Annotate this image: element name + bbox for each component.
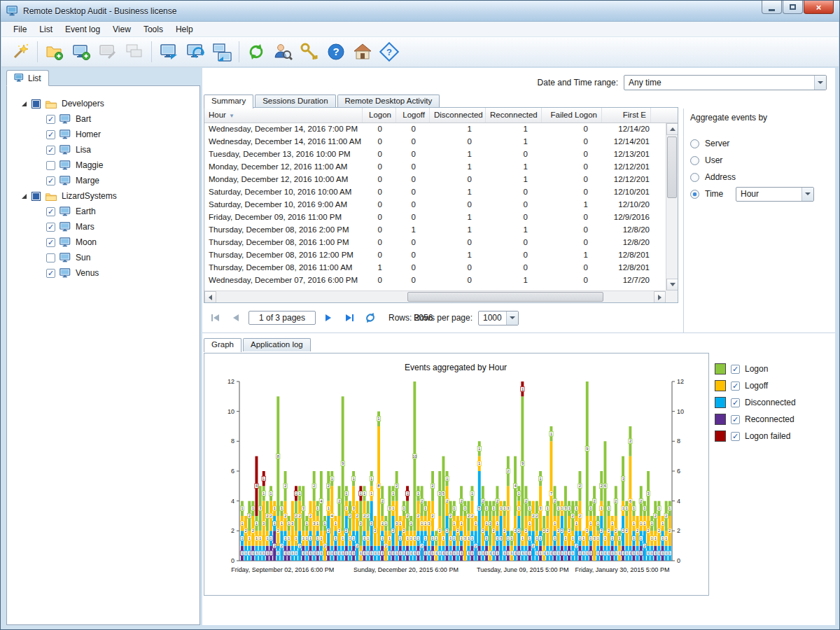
minimize-button[interactable] [762, 1, 782, 14]
column-header-first-e[interactable]: First E [602, 108, 651, 122]
close-button[interactable]: × [804, 1, 834, 14]
radio-row-user[interactable]: User [690, 152, 830, 169]
item-checkbox[interactable] [46, 161, 55, 170]
radio-row-server[interactable]: Server [690, 135, 830, 152]
previous-page-button[interactable] [227, 310, 244, 326]
table-row[interactable]: Friday, December 09, 2016 11:00 PM001001… [204, 211, 666, 224]
menu-event-log[interactable]: Event log [59, 22, 106, 36]
scroll-left-button[interactable] [204, 291, 216, 303]
menu-file[interactable]: File [7, 22, 33, 36]
time-unit-arrow[interactable] [802, 188, 813, 201]
tab-sessions-duration[interactable]: Sessions Duration [255, 94, 335, 108]
table-row[interactable]: Wednesday, December 14, 2016 7:00 PM0011… [204, 123, 666, 136]
item-checkbox[interactable]: ✓ [46, 176, 55, 186]
item-checkbox[interactable]: ✓ [46, 130, 55, 139]
help-icon[interactable]: ? [323, 38, 349, 65]
menu-tools[interactable]: Tools [137, 22, 169, 36]
time-unit-combo[interactable]: Hour [736, 187, 814, 202]
item-checkbox[interactable]: ✓ [46, 238, 55, 247]
audit-all-icon[interactable] [209, 38, 235, 65]
tree-item-lisa[interactable]: ✓Lisa [7, 142, 200, 158]
legend-checkbox[interactable]: ✓ [731, 382, 740, 391]
tree-item-mars[interactable]: ✓Mars [7, 219, 200, 234]
column-header-logon[interactable]: Logon [363, 108, 396, 122]
radio-user[interactable] [690, 156, 699, 165]
tree-item-earth[interactable]: ✓Earth [7, 204, 200, 219]
horizontal-scrollbar[interactable] [204, 290, 666, 302]
table-row[interactable]: Thursday, December 08, 2016 11:00 AM1000… [204, 262, 666, 274]
item-checkbox[interactable]: ✓ [46, 115, 55, 124]
menu-view[interactable]: View [106, 22, 137, 36]
legend-checkbox[interactable]: ✓ [731, 365, 740, 374]
about-icon[interactable]: ? [376, 38, 402, 65]
column-header-disconnected[interactable]: Disconnected [430, 108, 486, 122]
table-row[interactable]: Monday, December 12, 2016 10:00 AM000101… [204, 174, 666, 186]
radio-row-time[interactable]: TimeHour [690, 186, 830, 202]
scroll-down-button[interactable] [666, 279, 678, 290]
group-checkbox[interactable] [31, 99, 41, 108]
table-row[interactable]: Thursday, December 08, 2016 2:00 PM01110… [204, 224, 666, 237]
tree-item-bart[interactable]: ✓Bart [7, 111, 200, 127]
menu-list[interactable]: List [33, 22, 59, 36]
table-row[interactable]: Wednesday, December 07, 2016 6:00 PM0001… [204, 274, 666, 287]
item-checkbox[interactable]: ✓ [46, 146, 55, 155]
column-header-hour[interactable]: Hour▼ [204, 108, 363, 122]
radio-time[interactable] [690, 190, 699, 199]
reload-rows-icon[interactable] [362, 310, 379, 326]
copy-computers-icon[interactable] [121, 38, 148, 65]
table-row[interactable]: Saturday, December 10, 2016 10:00 AM0010… [204, 186, 666, 199]
wizard-wand-icon[interactable] [7, 38, 34, 65]
tree-item-homer[interactable]: ✓Homer [7, 127, 200, 142]
radio-server[interactable] [690, 139, 699, 148]
scroll-right-button[interactable] [654, 291, 666, 303]
table-row[interactable]: Thursday, December 08, 2016 1:00 PM00000… [204, 237, 666, 249]
item-checkbox[interactable] [46, 253, 55, 262]
rows-per-page-arrow[interactable] [506, 312, 518, 325]
column-header-logoff[interactable]: Logoff [396, 108, 430, 122]
horizontal-scroll-thumb[interactable] [407, 292, 603, 302]
legend-checkbox[interactable]: ✓ [731, 432, 740, 441]
vertical-scrollbar[interactable] [666, 123, 678, 290]
legend-checkbox[interactable]: ✓ [731, 415, 740, 424]
edit-computer-icon[interactable] [94, 38, 121, 65]
home-icon[interactable] [349, 38, 376, 65]
item-checkbox[interactable]: ✓ [46, 223, 55, 232]
tree-group-lizardsystems[interactable]: LizardSystems [7, 188, 200, 204]
radio-row-address[interactable]: Address [690, 169, 830, 186]
find-user-icon[interactable] [270, 38, 296, 65]
tab-summary[interactable]: Summary [204, 94, 253, 108]
maximize-button[interactable] [783, 1, 803, 14]
tree-item-venus[interactable]: ✓Venus [7, 265, 200, 281]
table-row[interactable]: Wednesday, December 14, 2016 11:00 AM000… [204, 136, 666, 148]
title-bar[interactable]: Remote Desktop Audit - Business license … [1, 1, 839, 22]
next-page-button[interactable] [320, 310, 337, 326]
tree-group-developers[interactable]: Developers [7, 96, 200, 111]
tree-item-maggie[interactable]: Maggie [7, 158, 200, 173]
refresh-icon[interactable] [243, 38, 270, 65]
column-header-reconnected[interactable]: Reconnected [486, 108, 542, 122]
tree-item-marge[interactable]: ✓Marge [7, 173, 200, 188]
table-row[interactable]: Thursday, December 08, 2016 12:00 PM0010… [204, 249, 666, 262]
radio-address[interactable] [690, 173, 699, 182]
first-page-button[interactable] [206, 310, 223, 326]
scroll-up-button[interactable] [666, 123, 678, 135]
column-header-failed-logon[interactable]: Failed Logon [542, 108, 602, 122]
rows-per-page-combo[interactable]: 1000 [478, 311, 519, 326]
table-row[interactable]: Tuesday, December 13, 2016 10:00 PM00100… [204, 148, 666, 161]
last-page-button[interactable] [341, 310, 358, 326]
daterange-combo[interactable]: Any time [624, 75, 827, 90]
item-checkbox[interactable]: ✓ [46, 269, 55, 278]
table-row[interactable]: Saturday, December 10, 2016 9:00 AM00001… [204, 199, 666, 211]
audit-selected-icon[interactable] [182, 38, 209, 65]
license-key-icon[interactable] [296, 38, 323, 65]
audit-computer-icon[interactable] [155, 38, 182, 65]
legend-checkbox[interactable]: ✓ [731, 398, 740, 407]
add-folder-icon[interactable] [41, 38, 68, 65]
tab-application-log[interactable]: Application log [243, 338, 311, 351]
daterange-combo-arrow[interactable] [814, 76, 826, 90]
group-checkbox[interactable] [31, 192, 41, 201]
vertical-scroll-thumb[interactable] [667, 136, 677, 198]
tab-list[interactable]: List [6, 70, 49, 86]
table-row[interactable]: Monday, December 12, 2016 11:00 AM001101… [204, 161, 666, 174]
tree-item-moon[interactable]: ✓Moon [7, 234, 200, 250]
